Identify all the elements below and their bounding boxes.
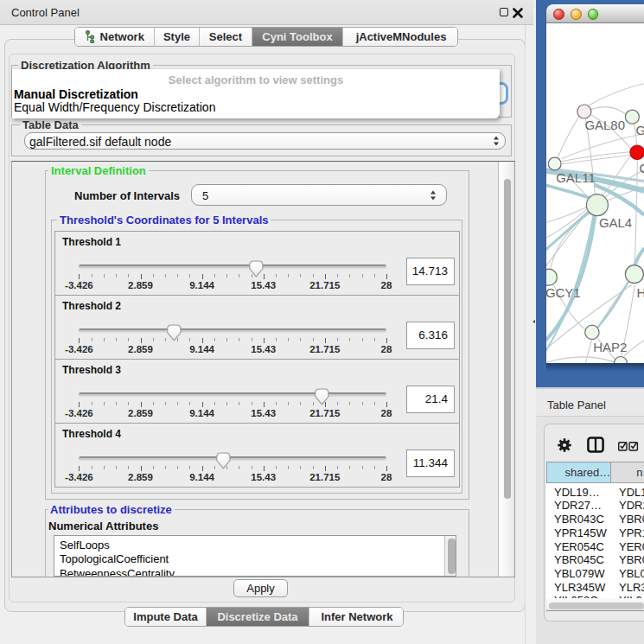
svg-text:HIS4: HIS4 [636,285,644,300]
svg-text:GAL4: GAL4 [598,215,631,230]
svg-text:GCY1: GCY1 [546,285,581,300]
svg-text:GAL2: GAL2 [635,123,644,137]
svg-text:CYC1: CYC1 [639,161,644,175]
svg-text:HAP2: HAP2 [593,340,627,354]
svg-text:GAL80: GAL80 [584,118,625,132]
svg-text:GAL11: GAL11 [556,170,596,185]
